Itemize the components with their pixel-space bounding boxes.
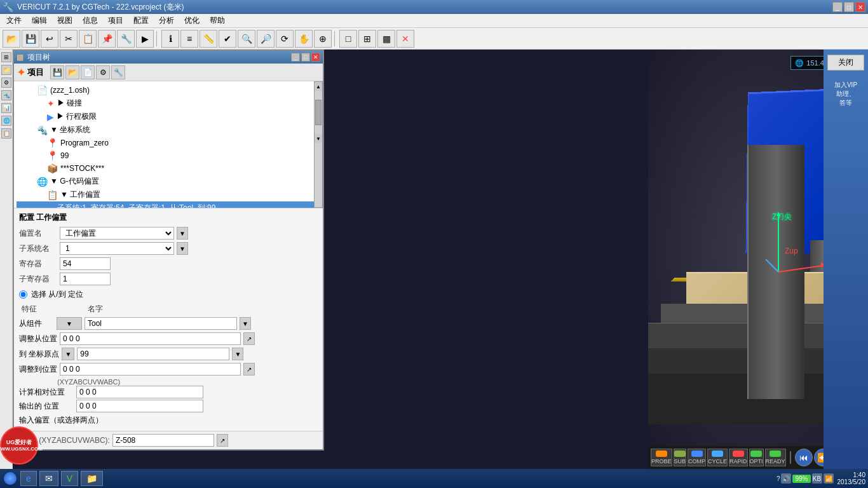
toolbar-measure[interactable]: 📏	[200, 30, 217, 48]
to-value-dropdown[interactable]: ▼	[232, 348, 243, 360]
menu-optimize[interactable]: 优化	[180, 14, 203, 27]
toolbar-view3[interactable]: ▦	[377, 30, 395, 48]
toolbar-cut[interactable]: ✂	[60, 30, 78, 48]
menu-file[interactable]: 文件	[3, 14, 25, 27]
input-adjust-to[interactable]	[60, 363, 241, 376]
taskbar-ie[interactable]: e	[20, 471, 37, 486]
status-comp[interactable]: COMP	[688, 449, 706, 466]
start-button[interactable]	[3, 471, 18, 486]
mail-icon: ✉	[45, 473, 53, 484]
status-ready[interactable]: READY	[765, 449, 786, 466]
toolbar-delete[interactable]: ✕	[397, 30, 414, 48]
tree-scrollbar[interactable]: ▲ ▼	[314, 81, 323, 208]
menu-info[interactable]: 信息	[79, 14, 102, 27]
toolbar-undo[interactable]: ↩	[41, 30, 58, 48]
taskbar-folder[interactable]: 📁	[81, 471, 103, 486]
tree-item-99[interactable]: 📍 99	[17, 149, 320, 162]
tree-item-osh[interactable]: 📄 (zzz_1.osh)	[17, 84, 320, 97]
input-subregister[interactable]	[60, 273, 111, 285]
select-subsystem[interactable]: 1	[60, 242, 174, 255]
status-opti[interactable]: OPTI	[749, 449, 764, 466]
vip-overlay[interactable]: UG爱好者 WWW.UGSNX.COM	[0, 426, 41, 468]
toolbar-zoom-in[interactable]: 🔍	[238, 30, 255, 48]
input-bottom-arrow[interactable]: ↗	[217, 434, 228, 447]
tree-item-collision[interactable]: ✦ ▶ 碰撞	[17, 97, 320, 110]
menu-config[interactable]: 配置	[130, 14, 153, 27]
status-cycle[interactable]: CYCLE	[707, 449, 728, 466]
to-origin-dropdown[interactable]: ▼	[62, 348, 74, 360]
from-component-dropdown[interactable]: ▼	[57, 317, 82, 330]
menu-analyze[interactable]: 分析	[155, 14, 178, 27]
status-rapid[interactable]: RAPID	[729, 449, 748, 466]
menu-help[interactable]: 帮助	[206, 14, 229, 27]
radio-fromto[interactable]	[19, 290, 27, 299]
menu-project[interactable]: 项目	[104, 14, 127, 27]
dropdown-subsystem[interactable]: ▼	[177, 242, 188, 255]
panel-btn-save[interactable]: 💾	[50, 65, 64, 79]
toolbar-view2[interactable]: ⊞	[358, 30, 376, 48]
toolbar-rotate[interactable]: ⟳	[276, 30, 294, 48]
close-button[interactable]: ✕	[855, 2, 865, 12]
sidebar-icon-1[interactable]: ⊞	[1, 52, 11, 62]
panel-btn-settings[interactable]: ⚙	[96, 65, 110, 79]
maximize-button[interactable]: □	[844, 2, 854, 12]
tree-item-travel[interactable]: ▶ ▶ 行程极限	[17, 110, 320, 123]
taskbar-ug[interactable]: V	[61, 471, 78, 486]
toolbar-sim[interactable]: ▶	[136, 30, 154, 48]
sidebar-icon-7[interactable]: 📋	[1, 128, 11, 139]
toolbar-paste[interactable]: 📌	[98, 30, 116, 48]
tree-item-selected[interactable]: 子系统:1, 寄存器:54, 子寄存器:1, 从:Tool, 到:99	[17, 201, 320, 208]
scroll-down-arrow[interactable]: ▼	[315, 134, 322, 143]
tree-icon-program-zero: 📍	[47, 138, 58, 148]
sidebar-icon-3[interactable]: ⚙	[1, 78, 11, 88]
panel-minimize[interactable]: _	[291, 53, 300, 62]
status-sub[interactable]: SUB	[674, 449, 687, 466]
toolbar-info[interactable]: ℹ	[161, 30, 179, 48]
toolbar-tool[interactable]: 🔧	[117, 30, 135, 48]
menu-edit[interactable]: 编辑	[28, 14, 51, 27]
panel-close[interactable]: ✕	[311, 53, 320, 62]
toolbar-pan[interactable]: ✋	[295, 30, 313, 48]
dropdown-biasname[interactable]: ▼	[177, 227, 188, 240]
toolbar-layers[interactable]: ≡	[180, 30, 198, 48]
toolbar-view1[interactable]: □	[339, 30, 357, 48]
close-button-right[interactable]: 关闭	[827, 55, 864, 71]
input-adjust-from[interactable]	[60, 332, 241, 345]
from-name-dropdown[interactable]: ▼	[240, 317, 251, 330]
ctrl-back-to-start[interactable]: ⏮	[795, 449, 813, 466]
sidebar-icon-4[interactable]: 🔩	[1, 90, 11, 100]
input-bottom-value[interactable]	[112, 434, 214, 447]
panel-btn-open[interactable]: 📂	[65, 65, 79, 79]
status-probe[interactable]: PROBE	[651, 449, 672, 466]
toolbar-check[interactable]: ✔	[219, 30, 236, 48]
tree-item-stock[interactable]: 📦 ***STOCK***	[17, 162, 320, 175]
menu-view[interactable]: 视图	[53, 14, 76, 27]
taskbar-mail[interactable]: ✉	[39, 471, 58, 486]
scroll-up-arrow[interactable]: ▲	[315, 82, 322, 91]
input-to-value[interactable]	[77, 348, 229, 360]
adjust-to-arrow[interactable]: ↗	[243, 363, 255, 376]
panel-maximize[interactable]: □	[301, 53, 310, 62]
toolbar-zoom-out[interactable]: 🔎	[257, 30, 275, 48]
scroll-thumb[interactable]	[315, 100, 322, 125]
sidebar-icon-5[interactable]: 📊	[1, 103, 11, 113]
select-biasname[interactable]: 工作偏置	[60, 227, 174, 240]
sidebar-icon-6[interactable]: 🌐	[1, 116, 11, 126]
minimize-button[interactable]: _	[832, 2, 843, 12]
input-calc-relative[interactable]	[76, 386, 203, 398]
toolbar-copy[interactable]: 📋	[79, 30, 97, 48]
tree-item-gcode[interactable]: 🌐 ▼ G-代码偏置	[17, 175, 320, 188]
adjust-from-arrow[interactable]: ↗	[243, 332, 255, 345]
input-calc-output[interactable]	[76, 400, 203, 412]
toolbar-select[interactable]: ⊕	[314, 30, 332, 48]
tree-item-workoffset[interactable]: 📋 ▼ 工作偏置	[17, 188, 320, 201]
input-register[interactable]	[60, 257, 111, 270]
input-from-name[interactable]	[85, 317, 237, 330]
panel-btn-new[interactable]: 📄	[81, 65, 95, 79]
sidebar-icon-2[interactable]: 📁	[1, 65, 11, 75]
tree-item-coords[interactable]: 🔩 ▼ 坐标系统	[17, 123, 320, 137]
tree-item-program-zero[interactable]: 📍 Program_zero	[17, 137, 320, 149]
panel-btn-gear[interactable]: 🔧	[111, 65, 125, 79]
toolbar-open[interactable]: 📂	[3, 30, 20, 48]
toolbar-save[interactable]: 💾	[22, 30, 39, 48]
